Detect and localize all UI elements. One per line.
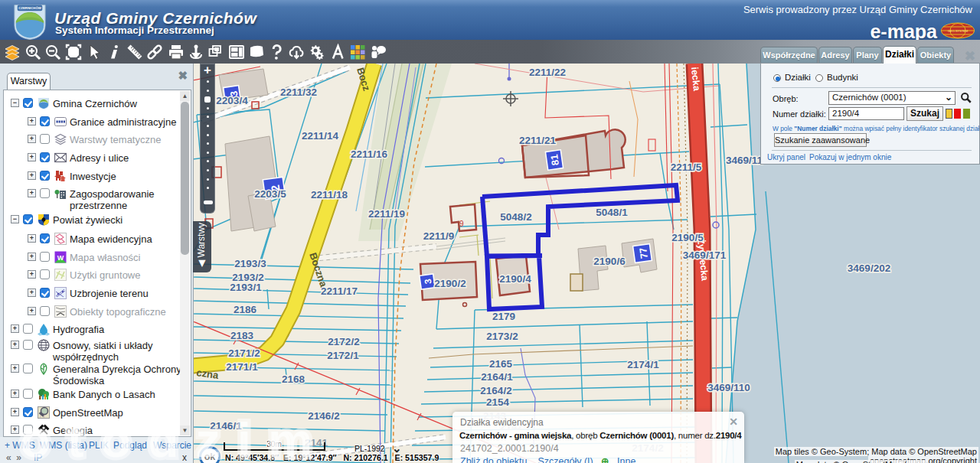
- svg-text:2211/16: 2211/16: [351, 148, 388, 160]
- svg-text:2211/19: 2211/19: [368, 208, 405, 220]
- svg-text:5048/2: 5048/2: [500, 211, 531, 223]
- svg-text:2211/17: 2211/17: [321, 285, 358, 297]
- svg-text:2211/14: 2211/14: [302, 130, 339, 142]
- svg-text:2173/2: 2173/2: [486, 331, 518, 342]
- svg-text:2211/5: 2211/5: [671, 161, 702, 173]
- svg-text:2211/9: 2211/9: [423, 230, 455, 242]
- svg-text:9: 9: [459, 220, 464, 228]
- svg-text:2171/2: 2171/2: [228, 347, 260, 359]
- svg-text:2164/2: 2164/2: [480, 385, 511, 396]
- svg-text:2190/2: 2190/2: [434, 278, 466, 289]
- svg-text:2203/5: 2203/5: [254, 188, 286, 200]
- svg-text:2179: 2179: [492, 311, 515, 322]
- svg-text:2183: 2183: [230, 330, 254, 341]
- svg-text:2168: 2168: [282, 373, 305, 385]
- svg-text:2190/4: 2190/4: [499, 273, 531, 285]
- svg-text:2190/6: 2190/6: [593, 256, 626, 267]
- svg-text:2211/22: 2211/22: [529, 67, 566, 78]
- svg-text:3469/171: 3469/171: [683, 249, 727, 261]
- svg-text:CZERNICHÓW: CZERNICHÓW: [18, 6, 42, 10]
- svg-text:W: W: [57, 254, 64, 262]
- svg-text:5048/1: 5048/1: [596, 207, 628, 218]
- svg-text:3469/202: 3469/202: [848, 262, 890, 274]
- svg-text:2203/4: 2203/4: [216, 95, 248, 106]
- svg-text:2172/1: 2172/1: [327, 350, 359, 361]
- svg-text:2171/1: 2171/1: [226, 361, 258, 373]
- svg-text:3469/110: 3469/110: [707, 382, 750, 393]
- svg-text:2193/3: 2193/3: [234, 258, 266, 269]
- svg-text:2154: 2154: [486, 396, 510, 408]
- svg-text:2211/21: 2211/21: [519, 135, 557, 146]
- svg-text:2211/18: 2211/18: [311, 189, 348, 201]
- svg-text:2165: 2165: [489, 358, 513, 370]
- svg-text:77: 77: [637, 247, 650, 259]
- svg-text:2186: 2186: [234, 304, 257, 315]
- svg-text:2211/32: 2211/32: [280, 86, 317, 98]
- svg-text:2193/1: 2193/1: [230, 282, 262, 293]
- svg-text:2190/5: 2190/5: [671, 232, 704, 243]
- svg-text:2172/2: 2172/2: [328, 336, 359, 347]
- svg-text:2174/1: 2174/1: [627, 359, 659, 370]
- svg-text:2164/1: 2164/1: [481, 371, 513, 383]
- svg-text:81: 81: [548, 154, 561, 166]
- svg-text:GEO-SYSTEM: GEO-SYSTEM: [948, 29, 969, 33]
